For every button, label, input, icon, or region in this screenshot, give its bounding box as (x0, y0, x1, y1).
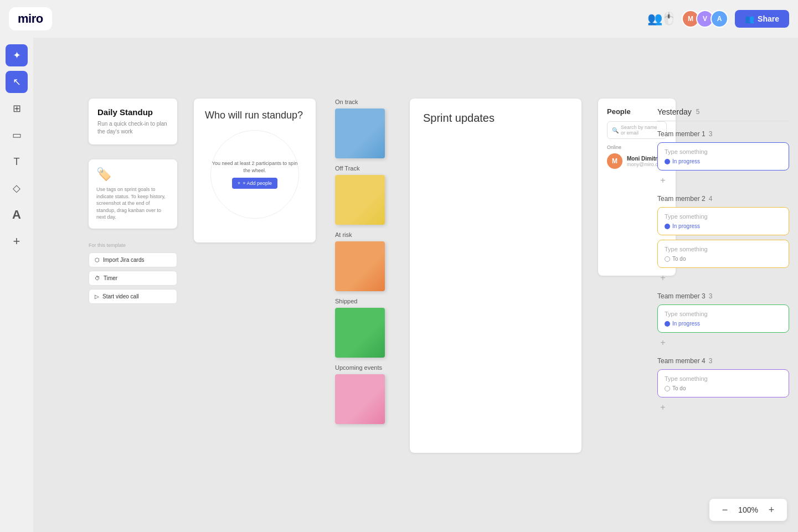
team-member-1-section: Team member 1 3 Type something In progre… (657, 130, 789, 186)
zoom-controls: − 100% + (709, 499, 787, 521)
status-indicator-tm1-1: In progress (665, 158, 782, 164)
tool-text[interactable]: T (6, 151, 28, 173)
video-call-btn[interactable]: ▷ Start video call (89, 289, 177, 304)
status-dot-blue-2 (665, 224, 670, 229)
add-people-icon: + (238, 180, 240, 186)
team-member-4-header: Team member 4 3 (657, 357, 789, 365)
status-indicator-tm2-2: To do (665, 256, 782, 262)
cursor-icons: 👥🖱️ (647, 12, 675, 26)
tool-sparkle[interactable]: ✦ (6, 44, 28, 66)
tool-table[interactable]: ⊞ (6, 97, 28, 120)
standup-runner-card: Who will run standup? You need at least … (194, 99, 316, 242)
shipped-label: Shipped (335, 298, 396, 304)
share-label: Share (758, 14, 779, 23)
status-indicator-tm2-1: In progress (665, 223, 782, 229)
share-button[interactable]: 👥 Share (735, 10, 789, 28)
tag-icon: 🏷️ (96, 167, 169, 182)
team-member-4-section: Team member 4 3 Type something To do + (657, 357, 789, 413)
status-dot-gray-2 (665, 386, 670, 391)
type-card-tm4-1[interactable]: Type something To do (657, 369, 789, 397)
upcoming-label: Upcoming events (335, 364, 396, 371)
add-btn-tm1[interactable]: + (657, 175, 668, 186)
status-upcoming: Upcoming events (335, 364, 396, 424)
team-member-1-label: Team member 1 (657, 130, 706, 138)
status-label-tm3-1: In progress (672, 321, 700, 327)
tool-shapes[interactable]: ◇ (6, 177, 28, 199)
spinner-container: You need at least 2 participants to spin… (210, 130, 299, 219)
off-track-label: Off Track (335, 165, 396, 172)
team-member-1-count: 3 (709, 130, 713, 138)
status-label-tm2-2: To do (672, 256, 686, 262)
avatar-3: A (711, 10, 728, 28)
add-people-label: + Add people (243, 180, 272, 186)
video-call-label: Start video call (102, 293, 139, 299)
status-on-track: On track (335, 99, 396, 158)
tool-sticky[interactable]: ▭ (6, 124, 28, 146)
add-people-btn[interactable]: + + Add people (232, 178, 277, 189)
status-dot-blue (665, 159, 670, 164)
person-avatar: M (607, 153, 622, 169)
daily-standup-card: Daily Standup Run a quick check-in to pl… (89, 99, 177, 144)
type-card-tm1-1[interactable]: Type something In progress (657, 142, 789, 171)
yesterday-label: Yesterday (657, 107, 692, 116)
spinner-text: You need at least 2 participants to spin… (211, 160, 298, 174)
timer-btn[interactable]: ⏱ Timer (89, 271, 177, 286)
team-member-4-count: 3 (709, 357, 713, 365)
import-jira-btn[interactable]: ⬡ Import Jira cards (89, 252, 177, 267)
status-indicator-tm4-1: To do (665, 385, 782, 391)
avatars: M V A (682, 10, 728, 28)
type-card-tm2-2[interactable]: Type something To do (657, 240, 789, 268)
zoom-level: 100% (737, 505, 759, 514)
topbar: miro 👥🖱️ M V A 👥 Share (0, 0, 798, 38)
separator (657, 121, 789, 121)
timer-label: Timer (104, 275, 117, 281)
team-member-1-header: Team member 1 3 (657, 130, 789, 138)
zoom-out-button[interactable]: − (718, 503, 732, 516)
sprint-status: On track Off Track At risk Shipped Upcom… (335, 99, 396, 431)
tool-cursor[interactable]: ↖ (6, 71, 28, 93)
tool-plus[interactable]: + (6, 230, 28, 252)
type-card-tm2-1[interactable]: Type something In progress (657, 207, 789, 235)
add-btn-tm4[interactable]: + (657, 402, 668, 413)
template-section: For this template ⬡ Import Jira cards ⏱ … (89, 242, 177, 307)
type-card-tm3-1[interactable]: Type something In progress (657, 304, 789, 333)
right-panel: Yesterday 5 Team member 1 3 Type somethi… (648, 99, 798, 532)
team-member-3-label: Team member 3 (657, 292, 706, 300)
add-btn-tm3[interactable]: + (657, 337, 668, 348)
daily-standup-title: Daily Standup (97, 107, 168, 117)
daily-standup-subtitle: Run a quick check-in to plan the day's w… (97, 120, 168, 136)
team-member-2-header: Team member 2 4 (657, 195, 789, 203)
status-dot-blue-3 (665, 321, 670, 327)
status-off-track: Off Track (335, 165, 396, 225)
at-risk-label: At risk (335, 231, 396, 238)
type-card-text-tm2-2: Type something (665, 246, 782, 252)
zoom-in-button[interactable]: + (765, 503, 778, 516)
status-shipped: Shipped (335, 298, 396, 358)
for-template-label: For this template (89, 242, 177, 248)
status-dot-gray (665, 256, 670, 262)
topbar-right: 👥🖱️ M V A 👥 Share (647, 10, 789, 28)
add-btn-tm2[interactable]: + (657, 272, 668, 283)
sticky-yellow (335, 175, 385, 225)
tool-font[interactable]: A (6, 204, 28, 226)
canvas: Daily Standup Run a quick check-in to pl… (33, 38, 798, 532)
status-at-risk: At risk (335, 231, 396, 291)
left-sidebar: ✦ ↖ ⊞ ▭ T ◇ A + (0, 38, 33, 532)
team-member-2-section: Team member 2 4 Type something In progre… (657, 195, 789, 283)
sticky-green (335, 308, 385, 358)
type-card-text-tm3-1: Type something (665, 311, 782, 317)
sticky-orange (335, 241, 385, 291)
status-label-tm2-1: In progress (672, 223, 700, 229)
on-track-label: On track (335, 99, 396, 105)
logo[interactable]: miro (9, 7, 52, 30)
sticky-pink (335, 374, 385, 424)
type-card-text-tm4-1: Type something (665, 375, 782, 382)
video-icon: ▷ (95, 293, 99, 299)
share-icon: 👥 (745, 14, 754, 23)
team-member-2-count: 4 (709, 195, 713, 203)
team-member-3-section: Team member 3 3 Type something In progre… (657, 292, 789, 348)
team-member-4-label: Team member 4 (657, 357, 706, 365)
sprint-updates-card: Sprint updates (410, 99, 581, 453)
tags-description: Use tags on sprint goals to indicate sta… (96, 186, 169, 221)
sprint-updates-title: Sprint updates (423, 112, 568, 125)
